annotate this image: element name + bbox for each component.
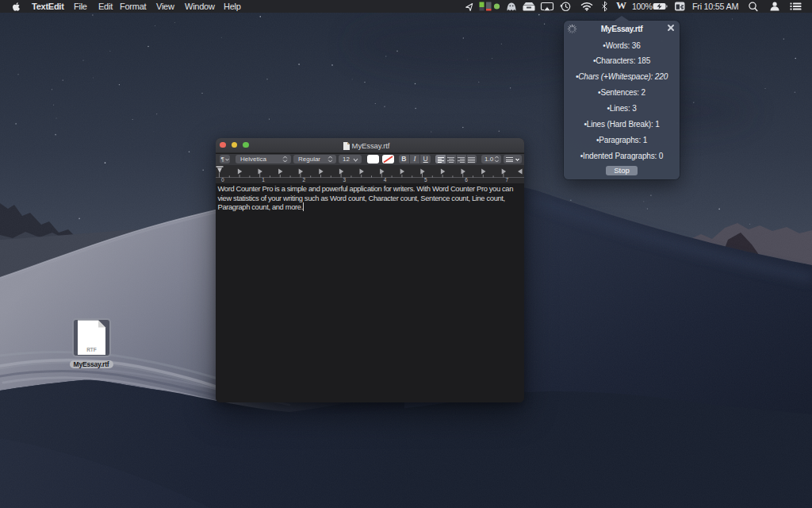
svg-text:6: 6	[465, 177, 468, 183]
svg-text:3: 3	[343, 177, 347, 183]
svg-text:RTF: RTF	[86, 347, 97, 352]
svg-text:0: 0	[221, 177, 224, 183]
svg-text:4: 4	[384, 177, 387, 183]
svg-text:1: 1	[262, 177, 265, 183]
svg-text:5: 5	[424, 177, 427, 183]
svg-text:7: 7	[505, 177, 508, 183]
svg-text:2: 2	[302, 177, 305, 183]
